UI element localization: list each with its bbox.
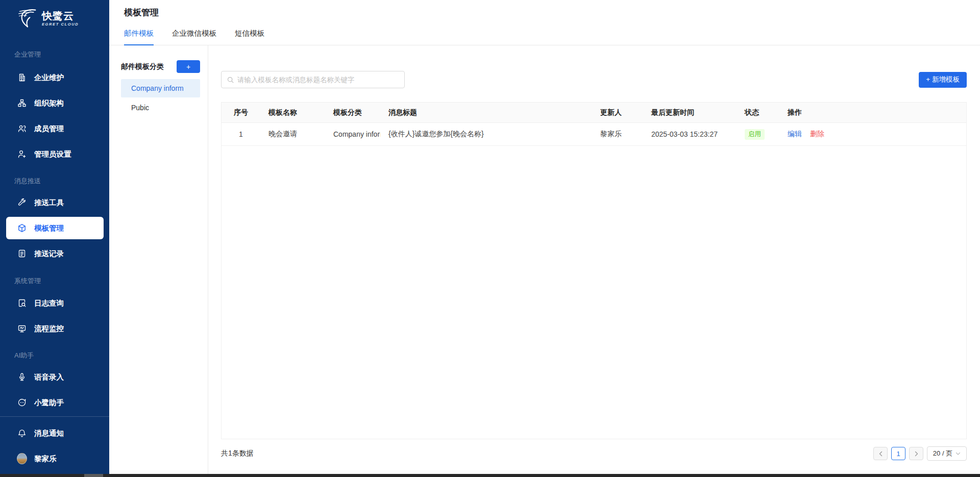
sidebar-item-members[interactable]: 成员管理 <box>0 116 109 141</box>
sidebar-item-egret-assistant[interactable]: 小鹭助手 <box>0 390 109 415</box>
tab-email-template[interactable]: 邮件模板 <box>124 23 154 45</box>
sidebar-item-label: 企业维护 <box>34 73 64 83</box>
pagination: 1 20 / 页 <box>873 446 967 461</box>
wrench-icon <box>17 197 27 208</box>
sidebar-item-label: 模板管理 <box>34 223 64 233</box>
cell-updater: 黎家乐 <box>592 130 643 139</box>
egret-logo-icon <box>17 7 37 30</box>
cell-index: 1 <box>222 130 260 138</box>
column-header-subject: 消息标题 <box>380 108 592 117</box>
sidebar-item-label: 推送工具 <box>34 198 64 208</box>
chevron-down-icon <box>955 452 961 456</box>
table-row: 1 晚会邀请 Company inform {收件人}诚邀您参加{晚会名称} 黎… <box>222 123 966 146</box>
category-item-company-inform[interactable]: Company inform <box>121 79 200 97</box>
sidebar-item-template-management[interactable]: 模板管理 <box>6 217 104 239</box>
page-size-value: 20 / 页 <box>933 449 952 458</box>
sidebar-item-label: 成员管理 <box>34 124 64 134</box>
section-label-message-push: 消息推送 <box>14 177 109 186</box>
delete-link[interactable]: 删除 <box>810 130 824 138</box>
page-title: 模板管理 <box>109 0 980 18</box>
column-header-status: 状态 <box>737 108 779 117</box>
section-label-system: 系统管理 <box>14 277 109 286</box>
tab-sms-template[interactable]: 短信模板 <box>235 23 264 45</box>
sidebar-item-label: 流程监控 <box>34 324 64 334</box>
sidebar-item-label: 语音录入 <box>34 372 64 382</box>
log-search-icon <box>17 298 27 308</box>
sidebar-item-push-tools[interactable]: 推送工具 <box>0 190 109 215</box>
template-table: 序号 模板名称 模板分类 消息标题 更新人 最后更新时间 状态 操作 1 晚会邀… <box>221 102 967 439</box>
assistant-icon <box>17 397 27 408</box>
column-header-updater: 更新人 <box>592 108 643 117</box>
bell-icon <box>17 428 27 438</box>
status-badge: 启用 <box>745 129 765 140</box>
app-name: 快鹭云 <box>42 10 79 21</box>
avatar <box>17 454 27 464</box>
pagination-next-button[interactable] <box>909 447 923 460</box>
category-item-pubic[interactable]: Pubic <box>121 98 200 117</box>
app-subtitle: EGRET CLOUD <box>42 22 79 27</box>
user-name: 黎家乐 <box>34 454 57 464</box>
column-header-updated-at: 最后更新时间 <box>643 108 737 117</box>
app-logo: 快鹭云 EGRET CLOUD <box>0 0 109 37</box>
section-label-enterprise: 企业管理 <box>14 50 109 59</box>
cell-category: Company inform <box>325 130 380 138</box>
admin-add-icon <box>17 149 27 159</box>
add-category-button[interactable]: + <box>177 60 200 73</box>
sidebar: 快鹭云 EGRET CLOUD 企业管理 企业维护 组织架构 <box>0 0 109 474</box>
sidebar-item-label: 日志查询 <box>34 298 64 308</box>
main-content: 模板管理 邮件模板 企业微信模板 短信模板 邮件模板分类 + Company i… <box>109 0 980 474</box>
sidebar-item-enterprise-maintain[interactable]: 企业维护 <box>0 65 109 90</box>
sidebar-item-notifications[interactable]: 消息通知 <box>0 420 109 446</box>
search-icon <box>227 76 234 84</box>
building-icon <box>17 72 27 83</box>
sidebar-item-label: 小鹭助手 <box>34 398 64 408</box>
document-icon <box>17 248 27 259</box>
page-size-select[interactable]: 20 / 页 <box>927 446 967 461</box>
column-header-index: 序号 <box>222 108 260 117</box>
sidebar-item-voice-entry[interactable]: 语音录入 <box>0 364 109 390</box>
sidebar-item-user[interactable]: 黎家乐 <box>0 446 109 471</box>
column-header-name: 模板名称 <box>260 108 325 117</box>
total-count-text: 共1条数据 <box>221 449 254 458</box>
pagination-prev-button[interactable] <box>873 447 888 460</box>
sidebar-item-label: 推送记录 <box>34 249 64 259</box>
email-template-category-panel: 邮件模板分类 + Company inform Pubic <box>109 45 208 474</box>
sidebar-item-push-records[interactable]: 推送记录 <box>0 241 109 266</box>
pagination-page-1[interactable]: 1 <box>891 447 905 460</box>
sidebar-item-admin-settings[interactable]: 管理员设置 <box>0 141 109 167</box>
column-header-actions: 操作 <box>779 108 966 117</box>
sidebar-item-process-monitor[interactable]: 流程监控 <box>0 316 109 341</box>
sidebar-item-log-query[interactable]: 日志查询 <box>0 290 109 316</box>
search-box <box>221 71 405 88</box>
sidebar-item-label: 管理员设置 <box>34 149 71 159</box>
monitor-icon <box>17 323 27 334</box>
tab-bar: 邮件模板 企业微信模板 短信模板 <box>109 23 980 45</box>
horizontal-scrollbar-track <box>0 474 980 477</box>
horizontal-scrollbar-thumb[interactable] <box>84 474 103 477</box>
edit-link[interactable]: 编辑 <box>788 130 802 138</box>
cell-updated-at: 2025-03-03 15:23:27 <box>643 130 737 138</box>
search-input[interactable] <box>237 76 404 84</box>
cube-icon <box>17 223 27 233</box>
tab-wecom-template[interactable]: 企业微信模板 <box>172 23 216 45</box>
microphone-icon <box>17 372 27 382</box>
cell-template-name: 晚会邀请 <box>260 130 325 139</box>
category-panel-title: 邮件模板分类 <box>121 62 164 71</box>
section-label-ai: AI助手 <box>14 351 109 360</box>
sidebar-item-org-structure[interactable]: 组织架构 <box>0 90 109 116</box>
column-header-category: 模板分类 <box>325 108 380 117</box>
add-template-button[interactable]: + 新增模板 <box>919 72 967 88</box>
sidebar-item-label: 组织架构 <box>34 98 64 108</box>
template-list-area: + 新增模板 序号 模板名称 模板分类 消息标题 更新人 最后更新时间 状态 操… <box>208 45 980 474</box>
table-header-row: 序号 模板名称 模板分类 消息标题 更新人 最后更新时间 状态 操作 <box>222 103 966 123</box>
sidebar-item-label: 消息通知 <box>34 429 64 438</box>
members-icon <box>17 123 27 134</box>
cell-subject: {收件人}诚邀您参加{晚会名称} <box>380 130 592 139</box>
org-chart-icon <box>17 98 27 108</box>
